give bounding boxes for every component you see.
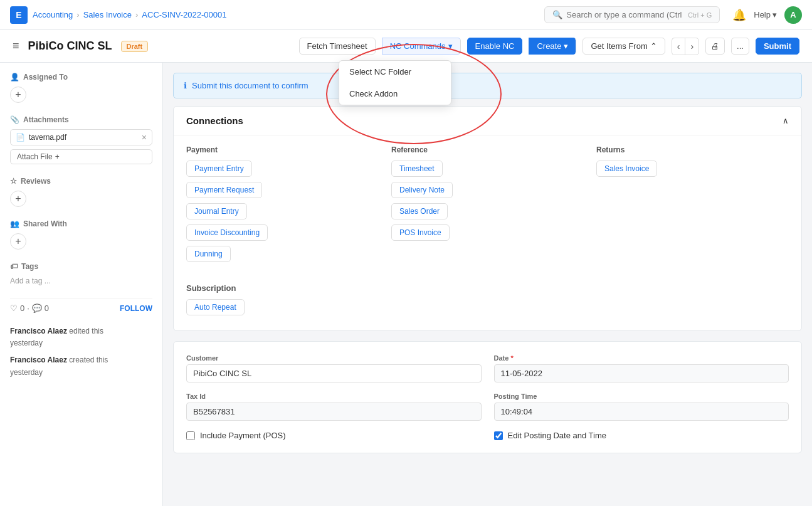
assigned-to-icon: 👤 (10, 73, 19, 82)
connections-card: Connections ∧ Payment Payment Entry Paym… (173, 106, 802, 331)
page-title: PibiCo CINC SL (28, 40, 112, 53)
tax-id-input[interactable] (186, 403, 482, 421)
nc-commands-group: NC Commands ▾ (382, 38, 461, 55)
dropdown-item-select-nc-folder[interactable]: Select NC Folder (339, 61, 451, 83)
file-icon: 📄 (16, 133, 25, 142)
tags-icon: 🏷 (10, 262, 18, 271)
date-input[interactable] (494, 364, 789, 382)
create-button[interactable]: Create ▾ (529, 38, 576, 55)
include-payment-label: Include Payment (POS) (200, 431, 286, 440)
sales-order-btn[interactable]: Sales Order (391, 203, 448, 219)
dunning-btn[interactable]: Dunning (186, 246, 231, 262)
dropdown-item-check-addon[interactable]: Check Addon (339, 83, 451, 105)
alert-text: Submit this document to confirm (192, 81, 308, 90)
timesheet-btn[interactable]: Timesheet (391, 161, 443, 177)
customer-group: Customer (186, 354, 482, 382)
customer-input[interactable] (186, 364, 482, 382)
avatar[interactable]: A (784, 6, 802, 24)
create-chevron-icon: ▾ (564, 41, 568, 51)
sales-invoice-btn[interactable]: Sales Invoice (596, 161, 657, 177)
attachment-filename[interactable]: taverna.pdf (29, 133, 66, 142)
get-items-from-button[interactable]: Get Items From ⌃ (583, 38, 665, 55)
include-payment-checkbox[interactable] (186, 431, 195, 440)
tags-label: Tags (21, 262, 38, 271)
notifications-icon[interactable]: 🔔 (732, 8, 746, 22)
likes-count: 0 (20, 303, 24, 313)
tax-id-group: Tax Id (186, 393, 482, 421)
enable-nc-button[interactable]: Enable NC (467, 38, 523, 55)
shared-with-section: 👥 Shared With + (10, 219, 152, 250)
attachments-icon: 📎 (10, 115, 19, 124)
assigned-to-label: Assigned To (23, 73, 68, 82)
nc-commands-dropdown: Select NC Folder Check Addon (339, 60, 451, 105)
edit-posting-group: Edit Posting Date and Time (494, 431, 789, 440)
collapse-icon[interactable]: ∧ (783, 116, 789, 125)
follow-button[interactable]: FOLLOW (120, 304, 152, 313)
breadcrumb-doc-id: ACC-SINV-2022-00001 (142, 10, 226, 19)
tax-id-label: Tax Id (186, 393, 482, 400)
activity-time-2: yesterday (10, 368, 43, 377)
auto-repeat-btn[interactable]: Auto Repeat (186, 299, 245, 315)
delivery-note-btn[interactable]: Delivery Note (391, 182, 453, 198)
activity-time-1: yesterday (10, 339, 43, 347)
journal-entry-btn[interactable]: Journal Entry (186, 203, 247, 219)
nc-commands-button[interactable]: NC Commands ▾ (382, 38, 461, 55)
subscription-title: Subscription (186, 283, 789, 293)
attachments-label: Attachments (23, 115, 69, 124)
reviews-label: Reviews (21, 177, 51, 186)
activity-action-2: created this (69, 356, 108, 364)
posting-time-input[interactable] (494, 403, 789, 421)
fetch-timesheet-button[interactable]: Fetch Timesheet (299, 38, 376, 55)
add-review-button[interactable]: + (10, 191, 26, 207)
remove-attachment-button[interactable]: × (142, 132, 147, 142)
breadcrumb: Accounting › Sales Invoice › ACC-SINV-20… (33, 10, 226, 19)
activity-section: ♡ 0 · 💬 0 FOLLOW Francisco Alaez edited … (10, 298, 152, 379)
add-tag-button[interactable]: Add a tag ... (10, 277, 51, 285)
prev-button[interactable]: ‹ (672, 38, 685, 55)
print-button[interactable]: 🖨 (705, 38, 725, 55)
attach-file-button[interactable]: Attach File + (10, 149, 152, 164)
posting-time-label: Posting Time (494, 393, 789, 400)
sidebar-toggle-icon[interactable]: ≡ (13, 40, 19, 53)
form-section: Customer Date * Tax Id Posting T (173, 341, 802, 453)
main-content: ℹ Submit this document to confirm Connec… (163, 63, 812, 506)
get-items-chevron-icon: ⌃ (650, 41, 657, 51)
reference-column: Reference Timesheet Delivery Note Sales … (391, 145, 584, 267)
more-options-button[interactable]: ... (731, 38, 749, 55)
attachments-section: 📎 Attachments 📄 taverna.pdf × Attach Fil… (10, 115, 152, 164)
breadcrumb-accounting[interactable]: Accounting (33, 10, 73, 19)
invoice-discounting-btn[interactable]: Invoice Discounting (186, 224, 268, 241)
nav-arrows: ‹ › (672, 38, 699, 55)
alert-icon: ℹ (184, 81, 187, 90)
tags-section: 🏷 Tags Add a tag ... (10, 262, 152, 285)
comment-icon[interactable]: 💬 (32, 303, 42, 313)
assigned-to-section: 👤 Assigned To + (10, 73, 152, 103)
search-input[interactable] (566, 10, 684, 19)
connections-title: Connections (186, 115, 243, 126)
form-row-1: Customer Date * (186, 354, 789, 382)
next-button[interactable]: › (685, 38, 699, 55)
pos-invoice-btn[interactable]: POS Invoice (391, 224, 450, 241)
payment-entry-btn[interactable]: Payment Entry (186, 161, 252, 177)
returns-column: Returns Sales Invoice (596, 145, 789, 267)
attach-file-plus-icon: + (55, 152, 60, 161)
connections-header: Connections ∧ (174, 107, 801, 135)
activity-action-1: edited this (69, 327, 103, 335)
comments-count: 0 (45, 303, 49, 313)
app-logo[interactable]: E (10, 6, 28, 24)
alert-banner: ℹ Submit this document to confirm (173, 73, 802, 98)
like-icon[interactable]: ♡ (10, 303, 18, 313)
activity-log-item: Francisco Alaez created this yesterday (10, 354, 152, 378)
payment-request-btn[interactable]: Payment Request (186, 182, 262, 198)
submit-button[interactable]: Submit (756, 38, 799, 55)
edit-posting-checkbox[interactable] (494, 431, 503, 440)
help-menu[interactable]: Help ▾ (754, 10, 777, 19)
add-assigned-to-button[interactable]: + (10, 87, 26, 103)
edit-posting-label: Edit Posting Date and Time (508, 431, 607, 440)
form-row-2: Tax Id Posting Time (186, 393, 789, 421)
search-bar[interactable]: 🔍 Ctrl + G (544, 6, 720, 23)
add-shared-with-button[interactable]: + (10, 233, 26, 250)
breadcrumb-sales-invoice[interactable]: Sales Invoice (83, 10, 132, 19)
date-label: Date * (494, 354, 789, 362)
reviews-icon: ☆ (10, 177, 17, 186)
